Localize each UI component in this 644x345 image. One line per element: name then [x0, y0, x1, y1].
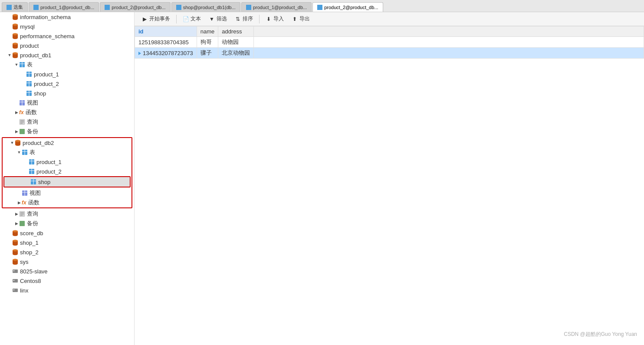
server-icon-8025-slave: [12, 268, 18, 274]
sidebar-item-sys[interactable]: sys: [0, 257, 134, 266]
sidebar-label-product_db1: product_db1: [20, 52, 51, 59]
svg-point-7: [13, 43, 18, 45]
tab-icon-2: [105, 5, 110, 10]
arrow-product_db1-tables: [14, 62, 19, 67]
sidebar-label-Centos8: Centos8: [20, 278, 41, 284]
filter-button[interactable]: ▼ 筛选: [205, 14, 230, 24]
tab-4[interactable]: product_1@product_db...: [241, 2, 312, 12]
sidebar-item-product_db2-views[interactable]: 视图: [3, 188, 131, 198]
sidebar-item-product_db2-shop[interactable]: shop: [4, 177, 130, 187]
cell-empty-0: [254, 37, 644, 48]
sidebar-item-product_db2-product_2[interactable]: product_2: [3, 167, 131, 176]
sidebar-item-linx[interactable]: linx: [0, 286, 134, 295]
sidebar-item-product_db2-product_1[interactable]: product_1: [3, 157, 131, 167]
arrow-product_db1-backup: [14, 129, 19, 134]
sidebar-label-shop_2: shop_2: [20, 249, 39, 256]
sidebar: information_schema mysql performance_sch…: [0, 12, 135, 345]
sidebar-item-product_db1-queries[interactable]: 查询: [0, 117, 134, 127]
sidebar-item-product_db2-queries[interactable]: 查询: [0, 209, 134, 219]
import-button[interactable]: ⬇ 导入: [262, 14, 287, 24]
tab-icon-5: [317, 5, 322, 10]
separator-1: [176, 15, 177, 23]
content-area: ▶ 开始事务 📄 文本 ▼ 筛选 ⇅ 排序 ⬇ 导入 ⬆: [135, 12, 644, 345]
table-row[interactable]: 1251988338704385狗哥动物园: [135, 37, 644, 48]
col-header-id[interactable]: id: [135, 26, 197, 37]
svg-point-31: [15, 140, 20, 142]
cell-id-1: 1344532078723073: [135, 48, 197, 59]
sort-label: 排序: [243, 15, 253, 23]
sidebar-item-product[interactable]: product: [0, 41, 134, 50]
sidebar-label-score_db: score_db: [20, 230, 43, 237]
sidebar-item-product_db1[interactable]: product_db1: [0, 50, 134, 60]
sidebar-label-product_db2-shop: shop: [38, 179, 50, 185]
db-icon-information_schema: [12, 14, 18, 20]
sidebar-item-information_schema[interactable]: information_schema: [0, 12, 134, 22]
sidebar-item-performance_schema[interactable]: performance_schema: [0, 31, 134, 41]
sidebar-label-product_db2: product_db2: [23, 140, 54, 146]
arrow-product_db2-funcs: [16, 200, 22, 205]
sidebar-item-product_db1-product_2[interactable]: product_2: [0, 79, 134, 89]
arrow-product_db2-tables: [16, 150, 22, 155]
sidebar-item-product_db1-views[interactable]: 视图: [0, 98, 134, 108]
sidebar-label-mysql: mysql: [20, 23, 35, 30]
export-button[interactable]: ⬆ 导出: [288, 14, 313, 24]
sidebar-item-product_db2[interactable]: product_db2: [3, 138, 131, 148]
sidebar-label-linx: linx: [20, 287, 29, 294]
tab-icon-0: [7, 5, 12, 10]
backup-icon-product_db1: [19, 128, 25, 135]
cell-address-1: 北京动物园: [218, 48, 254, 59]
sidebar-item-product_db1-funcs[interactable]: fx 函数: [0, 108, 134, 117]
begin-transaction-label: 开始事务: [149, 15, 170, 23]
sidebar-item-product_db2-tables[interactable]: 表: [3, 148, 131, 157]
text-button[interactable]: 📄 文本: [179, 14, 204, 24]
table-icon-product_db2-product_2: [29, 168, 35, 174]
server-icon-Centos8: [12, 278, 18, 284]
sidebar-label-product_db2-queries: 查询: [27, 210, 38, 218]
export-icon: ⬆: [292, 16, 298, 22]
tab-2[interactable]: product_2@product_db...: [100, 2, 170, 12]
sort-icon: ⇅: [235, 16, 241, 22]
table-row[interactable]: 1344532078723073骤子北京动物园: [135, 48, 644, 59]
sidebar-label-performance_schema: performance_schema: [20, 33, 75, 39]
sidebar-item-Centos8[interactable]: Centos8: [0, 276, 134, 286]
sort-button[interactable]: ⇅ 排序: [231, 14, 256, 24]
svg-rect-60: [13, 269, 18, 273]
sidebar-item-product_db1-tables[interactable]: 表: [0, 60, 134, 69]
cell-id-0: 1251988338704385: [135, 37, 197, 48]
tab-0[interactable]: 选集: [2, 2, 28, 12]
sidebar-item-product_db1-product_1[interactable]: product_1: [0, 69, 134, 79]
sidebar-item-score_db[interactable]: score_db: [0, 228, 134, 238]
svg-rect-51: [20, 221, 25, 226]
col-header-name[interactable]: name: [197, 26, 218, 37]
db-icon-shop_2: [12, 249, 18, 255]
svg-rect-65: [13, 289, 14, 290]
sidebar-item-mysql[interactable]: mysql: [0, 22, 134, 31]
sidebar-item-shop_2[interactable]: shop_2: [0, 247, 134, 257]
col-header-address[interactable]: address: [218, 26, 254, 37]
sidebar-item-8025-slave[interactable]: 8025-slave: [0, 266, 134, 276]
query-icon-product_db1: [19, 119, 25, 125]
tab-1[interactable]: product_1@product_db...: [29, 2, 99, 12]
tab-5[interactable]: product_2@product_db...: [312, 2, 383, 12]
sidebar-label-shop_1: shop_1: [20, 240, 39, 246]
sidebar-item-product_db1-backup[interactable]: 备份: [0, 127, 134, 136]
text-icon: 📄: [183, 16, 189, 22]
db-icon-mysql: [12, 23, 18, 30]
tab-3[interactable]: shop@product_db1(db...: [171, 2, 240, 12]
sidebar-item-product_db2-funcs[interactable]: fx 函数: [3, 198, 131, 207]
db-icon-product: [12, 43, 18, 49]
svg-rect-61: [13, 270, 14, 271]
shop-highlight-box: shop: [3, 176, 131, 187]
product_db2-highlight-box: product_db2 表 product_1: [2, 137, 132, 208]
cell-empty-1: [254, 48, 644, 59]
sidebar-item-product_db2-backup[interactable]: 备份: [0, 219, 134, 228]
sidebar-item-product_db1-shop[interactable]: shop: [0, 89, 134, 98]
table-icon-product_db2-shop: [30, 179, 36, 185]
table-icon-product_db1-shop: [26, 90, 32, 96]
svg-rect-64: [13, 289, 18, 292]
import-icon: ⬇: [266, 16, 272, 22]
sidebar-item-shop_1[interactable]: shop_1: [0, 238, 134, 247]
table-icon-product_db2-product_1: [29, 159, 35, 165]
begin-transaction-button[interactable]: ▶ 开始事务: [138, 14, 174, 24]
tab-label-3: shop@product_db1(db...: [183, 5, 236, 10]
